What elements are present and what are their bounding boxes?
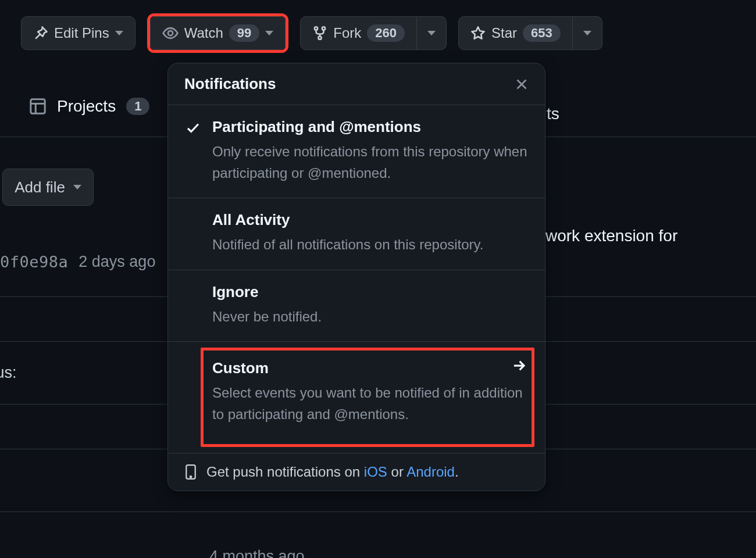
star-icon	[470, 26, 486, 41]
edit-pins-button[interactable]: Edit Pins	[21, 16, 135, 50]
eye-icon	[162, 25, 179, 41]
add-file-label: Add file	[15, 178, 65, 196]
commit-ago: 2 days ago	[79, 253, 155, 271]
pin-icon	[33, 26, 48, 41]
description-fragment: work extension for	[545, 227, 677, 245]
star-group: Star 653	[458, 16, 602, 53]
menu-item-desc: Never be notified.	[212, 306, 529, 327]
menu-item-desc: Only receive notifications from this rep…	[212, 141, 529, 184]
watch-highlight-box: Watch 99	[147, 13, 289, 53]
list-item	[0, 512, 756, 556]
watch-label: Watch	[184, 25, 223, 41]
fork-menu-button[interactable]	[417, 16, 447, 50]
svg-point-1	[315, 27, 318, 30]
tab-projects-label[interactable]: Projects	[57, 97, 116, 116]
menu-item-title: Participating and @mentions	[212, 118, 529, 136]
star-menu-button[interactable]	[573, 16, 602, 50]
projects-count: 1	[126, 98, 149, 115]
mobile-icon	[184, 464, 197, 480]
add-file-button[interactable]: Add file	[2, 169, 94, 206]
menu-item-title: Custom	[212, 359, 529, 377]
android-link[interactable]: Android	[406, 464, 455, 480]
menu-title: Notifications	[184, 75, 276, 93]
tab-fragment: ts	[547, 105, 559, 123]
svg-point-3	[319, 37, 322, 40]
star-count: 653	[523, 24, 561, 42]
svg-point-10	[190, 476, 192, 478]
fork-label: Fork	[333, 25, 361, 41]
fork-count: 260	[367, 24, 405, 42]
project-icon	[29, 98, 47, 115]
commit-sha[interactable]: 0f0e98a	[0, 253, 68, 271]
menu-footer: Get push notifications on iOS or Android…	[168, 453, 545, 491]
footer-text: Get push notifications on	[206, 464, 364, 480]
menu-item-ignore[interactable]: Ignore Never be notified.	[168, 270, 545, 341]
svg-point-2	[322, 27, 325, 30]
fork-button[interactable]: Fork 260	[300, 16, 417, 50]
fork-group: Fork 260	[300, 16, 447, 53]
watch-count: 99	[229, 24, 259, 42]
caret-down-icon	[583, 31, 591, 35]
check-icon	[186, 120, 201, 135]
caret-down-icon	[73, 185, 81, 189]
menu-item-title: Ignore	[212, 283, 529, 301]
ios-link[interactable]: iOS	[364, 464, 387, 480]
time-fragment: 4 months ago	[209, 548, 305, 558]
star-label: Star	[491, 25, 517, 41]
menu-item-custom[interactable]: Custom Select events you want to be noti…	[168, 341, 545, 453]
menu-item-all-activity[interactable]: All Activity Notified of all notificatio…	[168, 198, 545, 269]
caret-down-icon	[427, 31, 436, 35]
fork-icon	[312, 26, 327, 41]
menu-item-participating[interactable]: Participating and @mentions Only receive…	[168, 105, 545, 198]
caret-down-icon	[115, 31, 123, 35]
svg-rect-4	[31, 99, 45, 113]
caret-down-icon	[265, 31, 273, 35]
menu-item-desc: Notified of all notifications on this re…	[212, 234, 529, 255]
svg-point-0	[168, 31, 173, 35]
menu-item-desc: Select events you want to be notified of…	[212, 382, 529, 425]
edit-pins-label: Edit Pins	[54, 25, 109, 41]
menu-item-title: All Activity	[212, 211, 529, 229]
star-button[interactable]: Star 653	[458, 16, 573, 50]
commit-info: 0f0e98a 2 days ago	[0, 253, 155, 271]
close-icon[interactable]	[515, 77, 529, 91]
notifications-menu: Notifications Participating and @mention…	[167, 63, 545, 491]
arrow-right-icon	[511, 358, 526, 373]
watch-button[interactable]: Watch 99	[150, 16, 286, 50]
